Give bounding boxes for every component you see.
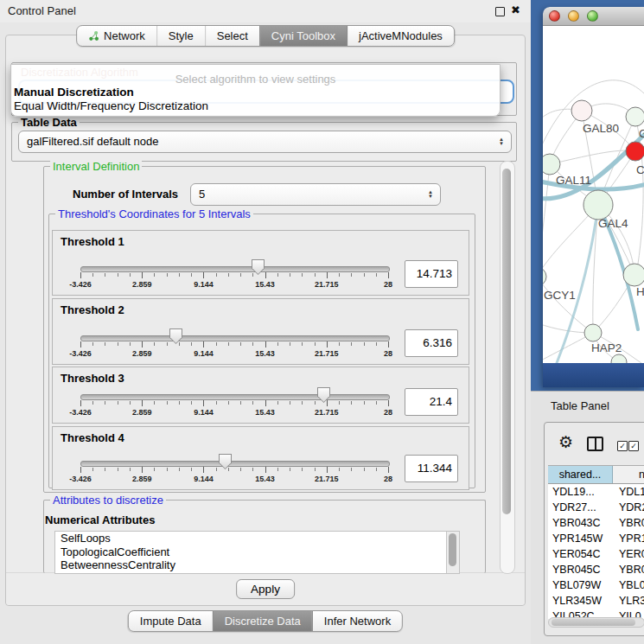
minimize-traffic-light-icon[interactable] <box>568 10 579 22</box>
network-window[interactable]: GAL80GACGAL11GAL4GCY1HHAP2 <box>543 7 644 387</box>
tab-select[interactable]: Select <box>205 26 259 46</box>
threshold-slider-track[interactable] <box>80 266 390 272</box>
tick-label: 15.43 <box>255 408 275 417</box>
zoom-traffic-light-icon[interactable] <box>587 10 598 22</box>
tab-network[interactable]: Network <box>77 26 156 46</box>
network-node-gal80[interactable] <box>571 100 592 121</box>
threshold-slider-track[interactable] <box>80 461 390 467</box>
cell-name[interactable]: YDL1 <box>612 484 644 500</box>
threshold-slider-thumb[interactable] <box>219 454 232 469</box>
table-hscrollbar-thumb[interactable] <box>552 619 635 626</box>
slider-tick-labels: -3.4262.8599.14415.4321.71528 <box>80 475 388 484</box>
thresholds-group-title: Threshold's Coordinates for 5 Intervals <box>55 207 253 220</box>
slider-tick-labels: -3.4262.8599.14415.4321.71528 <box>80 349 388 359</box>
table-row[interactable]: YLR345WYLR3 <box>548 593 644 609</box>
network-node-h[interactable] <box>623 264 644 286</box>
table-hscrollbar[interactable] <box>548 617 644 628</box>
cell-shared-name[interactable]: YER054C <box>548 546 612 562</box>
tab-infer-network[interactable]: Infer Network <box>312 611 402 631</box>
checkbox-checked-icon[interactable]: ✓ <box>617 441 628 451</box>
table-row[interactable]: YBR045CYBR0 <box>548 562 644 577</box>
cell-name[interactable]: YBR0 <box>612 515 644 531</box>
tick-label: -3.426 <box>69 349 92 358</box>
table-row[interactable]: YDR27...YDR2 <box>548 500 644 515</box>
tab-discretize-data[interactable]: Discretize Data <box>213 611 312 631</box>
attributes-list[interactable]: SelfLoopsTopologicalCoefficientBetweenne… <box>54 531 460 574</box>
cell-name[interactable]: YBL0 <box>612 577 644 593</box>
tab-style[interactable]: Style <box>156 26 205 46</box>
tab-label: Select <box>217 26 248 46</box>
attributes-list-scrollbar-thumb[interactable] <box>449 533 456 566</box>
checkbox-checked-icon[interactable]: ✓ <box>628 441 639 451</box>
network-window-titlebar[interactable] <box>543 7 644 26</box>
cell-name[interactable]: YDR2 <box>612 500 644 515</box>
table-row[interactable]: YBL079WYBL0 <box>548 577 644 593</box>
table-row[interactable]: YER054CYER0 <box>548 546 644 562</box>
algorithm-option-equal-width-frequency-discretization[interactable]: Equal Width/Frequency Discretization <box>11 99 500 113</box>
cell-name[interactable]: YBR0 <box>612 562 644 577</box>
attributes-list-scrollbar[interactable] <box>446 532 459 573</box>
cell-shared-name[interactable]: YBR043C <box>548 515 612 531</box>
threshold-slider-thumb[interactable] <box>252 259 265 275</box>
threshold-value-field[interactable]: 21.4 <box>405 388 458 416</box>
threshold-panel-4: Threshold 4-3.4262.8599.14415.4321.71528… <box>52 426 469 490</box>
algorithm-option-manual-discretization[interactable]: Manual Discretization <box>11 86 500 99</box>
node-label: GAL80 <box>583 122 619 135</box>
attribute-item-betweennesscentrality[interactable]: BetweennessCentrality <box>55 558 459 572</box>
tab-label: Discretize Data <box>225 611 301 631</box>
threshold-panel-3: Threshold 3-3.4262.8599.14415.4321.71528… <box>52 367 469 424</box>
tab-label: Cyni Toolbox <box>271 26 335 46</box>
control-panel-tabbar: NetworkStyleSelectCyni ToolboxjActiveMNo… <box>76 25 455 47</box>
float-window-icon[interactable] <box>495 7 505 16</box>
tab-jactivemnodules[interactable]: jActiveMNodules <box>347 26 454 46</box>
tab-cyni-toolbox[interactable]: Cyni Toolbox <box>259 26 347 46</box>
tick-label: 15.43 <box>255 349 275 358</box>
gear-icon[interactable]: ⚙ <box>558 434 573 450</box>
columns-icon[interactable] <box>587 437 603 451</box>
threshold-value-field[interactable]: 11.344 <box>405 455 458 482</box>
cell-name[interactable]: YLR3 <box>612 593 644 609</box>
tick-label: 2.859 <box>132 349 152 358</box>
apply-button[interactable]: Apply <box>236 579 295 599</box>
table-row[interactable]: YPR145WYPR1 <box>548 531 644 546</box>
table-row[interactable]: YDL19...YDL1 <box>548 484 644 500</box>
cell-shared-name[interactable]: YPR145W <box>548 531 612 546</box>
attribute-item-selfloops[interactable]: SelfLoops <box>55 532 459 545</box>
cell-shared-name[interactable]: YBR045C <box>548 562 612 577</box>
node-label: GA <box>639 127 644 140</box>
cell-name[interactable]: YER0 <box>612 546 644 562</box>
slider-major-ticks <box>80 341 390 348</box>
threshold-label: Threshold 2 <box>61 303 124 316</box>
threshold-value-field[interactable]: 14.713 <box>405 260 458 288</box>
tab-impute-data[interactable]: Impute Data <box>129 611 213 631</box>
threshold-slider-track[interactable] <box>80 394 390 400</box>
network-node[interactable] <box>611 354 627 363</box>
close-traffic-light-icon[interactable] <box>549 10 560 22</box>
network-node-hap2[interactable] <box>584 324 602 341</box>
network-node-ga[interactable] <box>626 107 644 126</box>
threshold-slider-thumb[interactable] <box>317 387 330 403</box>
threshold-slider-thumb[interactable] <box>169 328 182 344</box>
network-canvas[interactable]: GAL80GACGAL11GAL4GCY1HHAP2 <box>543 25 644 363</box>
attribute-item-topologicalcoefficient[interactable]: TopologicalCoefficient <box>55 545 459 559</box>
threshold-slider-track[interactable] <box>80 335 390 341</box>
close-icon[interactable]: ✖ <box>511 3 520 16</box>
threshold-value-field[interactable]: 6.316 <box>405 329 458 357</box>
cell-name[interactable]: YPR1 <box>612 531 644 546</box>
cell-shared-name[interactable]: YDL19... <box>548 484 612 500</box>
network-node-gal11[interactable] <box>543 154 560 175</box>
slider-major-ticks <box>80 467 390 473</box>
network-node-c[interactable] <box>626 142 644 161</box>
table-data-combo[interactable]: galFiltered.sif default node ▲▼ <box>18 131 512 153</box>
network-node-gal4[interactable] <box>583 190 613 220</box>
column-header-shared-name[interactable]: shared... <box>548 466 613 483</box>
number-of-intervals-combo[interactable]: 5 ▲▼ <box>190 183 441 206</box>
cell-shared-name[interactable]: YBL079W <box>548 577 612 593</box>
column-header-name[interactable]: n <box>613 466 644 483</box>
cell-shared-name[interactable]: YDR27... <box>548 500 612 515</box>
panel-scrollbar-thumb[interactable] <box>502 169 511 514</box>
panel-scrollbar[interactable] <box>500 161 515 574</box>
table-row[interactable]: YBR043CYBR0 <box>548 515 644 531</box>
cell-shared-name[interactable]: YLR345W <box>548 593 612 609</box>
network-node-gcy1[interactable] <box>543 267 546 286</box>
